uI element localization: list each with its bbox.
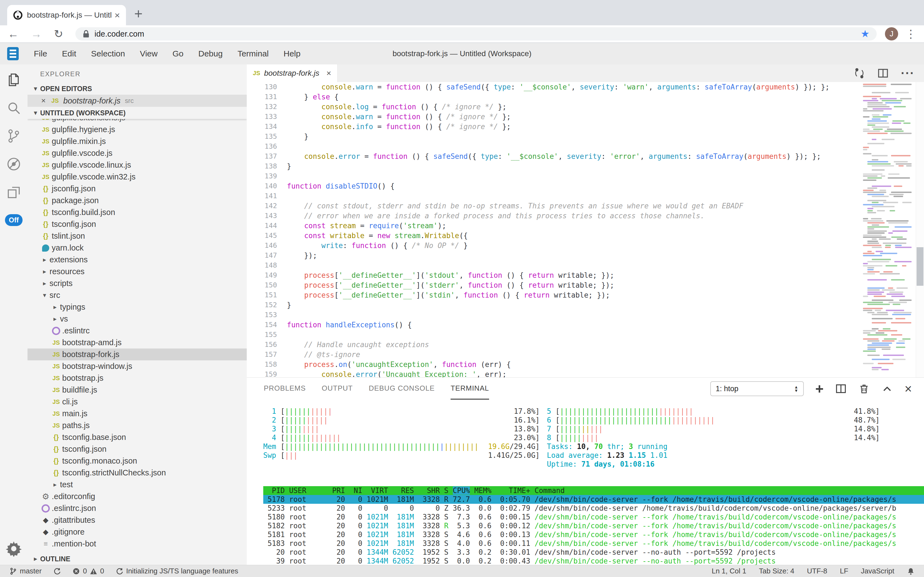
tab-size-indicator[interactable]: Tab Size: 4 bbox=[759, 567, 794, 575]
code-line[interactable]: 138} bbox=[247, 161, 861, 171]
code-line[interactable]: 135 } bbox=[247, 132, 861, 142]
tree-item-.eslintrc.json[interactable]: .eslintrc.json bbox=[27, 503, 247, 514]
close-icon[interactable]: × bbox=[38, 96, 49, 105]
scrollbar-thumb[interactable] bbox=[917, 247, 924, 286]
process-row[interactable]: 20 root 20 0 1344M 62052 1952 S 3.3 0.2 … bbox=[263, 548, 924, 557]
notifications-bell[interactable] bbox=[907, 567, 914, 575]
panel-tab-output[interactable]: OUTPUT bbox=[322, 378, 353, 400]
language-mode[interactable]: JavaScript bbox=[861, 567, 894, 575]
process-row[interactable]: 5182 root 20 0 1021M 181M 3328 R 5.3 0.6… bbox=[263, 521, 924, 530]
code-line[interactable]: 154function handleExceptions() { bbox=[247, 320, 861, 330]
close-panel-icon[interactable]: × bbox=[905, 382, 912, 395]
code-line[interactable]: 131 } else { bbox=[247, 92, 861, 102]
tree-item-.gitignore[interactable]: ◆.gitignore bbox=[27, 526, 247, 538]
open-editors-header[interactable]: ▾ OPEN EDITORS bbox=[27, 82, 247, 95]
code-line[interactable]: 157 // @ts-ignore bbox=[247, 350, 861, 359]
code-line[interactable]: 159 console.error('Uncaught Exception: '… bbox=[247, 369, 861, 377]
tree-item-bootstrap-window.js[interactable]: JSbootstrap-window.js bbox=[27, 360, 247, 372]
code-line[interactable]: 130 console.warn = function () { safeSen… bbox=[247, 82, 861, 92]
terminal-select[interactable]: 1: htop ▲▼ bbox=[710, 381, 804, 396]
tree-item-paths.js[interactable]: JSpaths.js bbox=[27, 419, 247, 431]
code-line[interactable]: 145 const writable = new stream.Writable… bbox=[247, 231, 861, 240]
tree-item-gulpfile.vscode.win32.js[interactable]: JSgulpfile.vscode.win32.js bbox=[27, 171, 247, 183]
tree-item-tsconfig.base.json[interactable]: {}tsconfig.base.json bbox=[27, 431, 247, 443]
cursor-position[interactable]: Ln 1, Col 1 bbox=[712, 567, 746, 575]
tree-item-typings[interactable]: ▸typings bbox=[27, 301, 247, 313]
more-actions-icon[interactable]: ··· bbox=[901, 66, 914, 80]
process-row[interactable]: 5233 root 20 0 0 0 0 Z 36.3 0.0 0:02.79 … bbox=[263, 504, 924, 513]
menu-item-go[interactable]: Go bbox=[165, 49, 191, 58]
terminal-output[interactable]: 1 [|||||||||||17.8%]5 [|||||||||||||||||… bbox=[247, 400, 924, 565]
code-line[interactable]: 151 process['__defineGetter__']('stdin',… bbox=[247, 290, 861, 300]
tree-item-.eslintrc[interactable]: .eslintrc bbox=[27, 325, 247, 337]
tree-item-jsconfig.json[interactable]: {}jsconfig.json bbox=[27, 183, 247, 195]
forward-icon[interactable]: → bbox=[31, 28, 42, 39]
menu-item-help[interactable]: Help bbox=[276, 49, 308, 58]
new-terminal-icon[interactable]: + bbox=[815, 382, 824, 396]
code-line[interactable]: 139 bbox=[247, 171, 861, 181]
menu-item-debug[interactable]: Debug bbox=[191, 49, 230, 58]
tree-item-bootstrap-amd.js[interactable]: JSbootstrap-amd.js bbox=[27, 337, 247, 348]
collaboration-off-badge[interactable]: Off bbox=[5, 214, 22, 226]
process-row[interactable]: 5181 root 20 0 1021M 181M 3328 S 4.6 0.6… bbox=[263, 530, 924, 539]
code-line[interactable]: 153 bbox=[247, 310, 861, 320]
code-line[interactable]: 149 process['__defineGetter__']('stdout'… bbox=[247, 270, 861, 280]
code-line[interactable]: 141 bbox=[247, 191, 861, 201]
maximize-panel-icon[interactable] bbox=[881, 383, 893, 395]
tree-item-test[interactable]: ▸test bbox=[27, 479, 247, 490]
tab-close-icon[interactable]: × bbox=[114, 10, 120, 21]
code-line[interactable]: 142 // const stdout, stderr and stdin be… bbox=[247, 201, 861, 211]
open-editor-item[interactable]: × JS bootstrap-fork.js src bbox=[27, 95, 247, 107]
tree-item-.mention-bot[interactable]: ≡.mention-bot bbox=[27, 538, 247, 550]
search-icon[interactable] bbox=[6, 100, 21, 116]
code-line[interactable]: 155 bbox=[247, 330, 861, 340]
code-line[interactable]: 132 console.log = function () { /* ignor… bbox=[247, 102, 861, 112]
code-line[interactable]: 156 // Handle uncaught exceptions bbox=[247, 340, 861, 350]
tree-item-tsconfig.json[interactable]: {}tsconfig.json bbox=[27, 218, 247, 230]
code-line[interactable]: 152} bbox=[247, 300, 861, 310]
code-area[interactable]: 130 console.warn = function () { safeSen… bbox=[247, 82, 861, 377]
code-line[interactable]: 147 }); bbox=[247, 250, 861, 260]
minimap[interactable] bbox=[861, 82, 916, 377]
tree-item-vs[interactable]: ▸vs bbox=[27, 313, 247, 325]
tree-item-src[interactable]: ▾src bbox=[27, 289, 247, 301]
code-line[interactable]: 143 // error when we are inside a forked… bbox=[247, 211, 861, 221]
panel-tab-debug-console[interactable]: DEBUG CONSOLE bbox=[369, 378, 435, 400]
problems-indicator[interactable]: 0 0 bbox=[72, 567, 104, 575]
encoding-indicator[interactable]: UTF-8 bbox=[807, 567, 828, 575]
tree-item-tsconfig.build.json[interactable]: {}tsconfig.build.json bbox=[27, 206, 247, 218]
kill-terminal-icon[interactable] bbox=[858, 383, 870, 395]
tree-item-tsconfig.monaco.json[interactable]: {}tsconfig.monaco.json bbox=[27, 455, 247, 467]
menu-item-selection[interactable]: Selection bbox=[84, 49, 132, 58]
sync-button[interactable] bbox=[53, 567, 61, 575]
tree-item-tsconfig.strictNullChecks.json[interactable]: {}tsconfig.strictNullChecks.json bbox=[27, 467, 247, 479]
code-line[interactable]: 140function disableSTDIO() { bbox=[247, 181, 861, 191]
tree-item-bootstrap.js[interactable]: JSbootstrap.js bbox=[27, 372, 247, 384]
language-status[interactable]: Initializing JS/TS language features bbox=[116, 567, 238, 575]
menu-item-terminal[interactable]: Terminal bbox=[230, 49, 276, 58]
tree-item-gulpfile.hygiene.js[interactable]: JSgulpfile.hygiene.js bbox=[27, 124, 247, 135]
process-row[interactable]: 5183 root 20 0 1021M 181M 3328 S 4.0 0.6… bbox=[263, 539, 924, 548]
tree-item-gulpfile.vscode.js[interactable]: JSgulpfile.vscode.js bbox=[27, 147, 247, 159]
back-icon[interactable]: ← bbox=[8, 28, 19, 39]
browser-menu-icon[interactable]: ⋮ bbox=[905, 27, 916, 40]
code-line[interactable]: 146 write: function () { /* No OP */ } bbox=[247, 240, 861, 250]
code-line[interactable]: 133 console.warn = function () { /* igno… bbox=[247, 112, 861, 122]
editor-scrollbar[interactable] bbox=[916, 82, 924, 377]
code-line[interactable]: 148 bbox=[247, 260, 861, 270]
process-row[interactable]: 5178 root 20 0 1021M 181M 3328 R 72.7 0.… bbox=[263, 495, 924, 504]
bookmark-star-icon[interactable]: ★ bbox=[861, 28, 869, 40]
code-editor[interactable]: 130 console.warn = function () { safeSen… bbox=[247, 82, 924, 377]
code-line[interactable]: 134 console.info = function () { /* igno… bbox=[247, 122, 861, 132]
workspace-header[interactable]: ▾ UNTITLED (WORKSPACE) bbox=[27, 107, 247, 119]
tree-item-tsconfig.json[interactable]: {}tsconfig.json bbox=[27, 443, 247, 455]
panel-tab-terminal[interactable]: TERMINAL bbox=[451, 378, 489, 400]
tree-item-buildfile.js[interactable]: JSbuildfile.js bbox=[27, 384, 247, 396]
tree-item-yarn.lock[interactable]: yarn.lock bbox=[27, 242, 247, 254]
explorer-icon[interactable] bbox=[6, 72, 21, 87]
tree-item-package.json[interactable]: {}package.json bbox=[27, 195, 247, 206]
tree-item-gulpfile.extensions.js[interactable]: JSgulpfile.extensions.js bbox=[27, 119, 247, 124]
source-control-icon[interactable] bbox=[6, 128, 21, 144]
compare-changes-icon[interactable] bbox=[853, 68, 865, 79]
app-logo-icon[interactable] bbox=[7, 47, 19, 60]
